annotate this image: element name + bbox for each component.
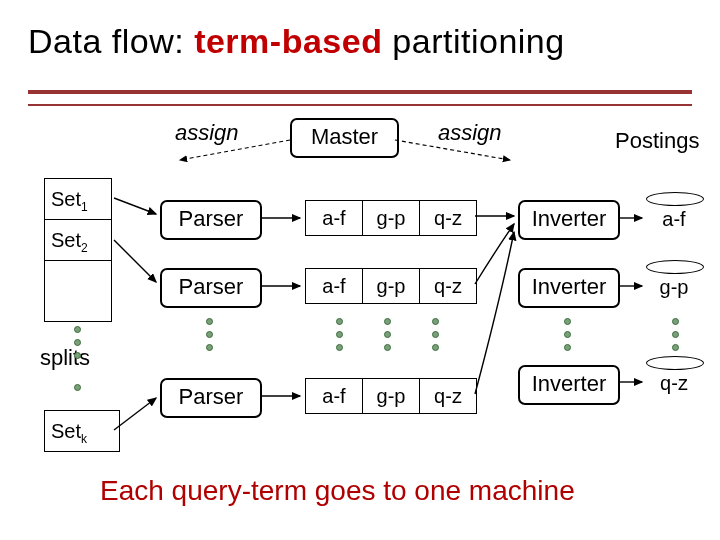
- title-rule: [28, 90, 692, 106]
- footer-caption: Each query-term goes to one machine: [100, 475, 575, 507]
- set-stack: Set1 Set2: [44, 178, 112, 322]
- postings-qz: q-z: [646, 360, 702, 406]
- segments-2: a-f g-p q-z: [305, 268, 477, 304]
- vdots-icon: [672, 318, 679, 351]
- seg1-c: q-z: [420, 201, 477, 236]
- label-postings: Postings: [615, 128, 699, 154]
- master-node: Master: [290, 118, 399, 158]
- seg2-a: a-f: [306, 269, 363, 304]
- segments-3: a-f g-p q-z: [305, 378, 477, 414]
- slide-title: Data flow: term-based partitioning: [28, 22, 565, 61]
- inverter-2: Inverter: [518, 268, 620, 308]
- seg3-a: a-f: [306, 379, 363, 414]
- vdots-icon: [74, 384, 81, 391]
- svg-line-4: [114, 398, 156, 430]
- segments-1: a-f g-p q-z: [305, 200, 477, 236]
- title-emphasis: term-based: [194, 22, 382, 60]
- postings-af: a-f: [646, 196, 702, 242]
- seg1-b: g-p: [363, 201, 420, 236]
- label-assign-right: assign: [438, 120, 502, 146]
- svg-line-2: [114, 198, 156, 214]
- setk-cell: Setk: [44, 410, 120, 452]
- seg2-b: g-p: [363, 269, 420, 304]
- set2-cell: Set2: [44, 220, 112, 261]
- title-pre: Data flow:: [28, 22, 194, 60]
- postings-gp: g-p: [646, 264, 702, 310]
- seg3-c: q-z: [420, 379, 477, 414]
- parser-3: Parser: [160, 378, 262, 418]
- vdots-icon: [432, 318, 439, 351]
- set-blank-cell: [44, 261, 112, 322]
- seg1-a: a-f: [306, 201, 363, 236]
- inverter-3: Inverter: [518, 365, 620, 405]
- label-splits: splits: [40, 345, 90, 371]
- vdots-icon: [74, 326, 81, 359]
- vdots-icon: [564, 318, 571, 351]
- label-assign-left: assign: [175, 120, 239, 146]
- parser-1: Parser: [160, 200, 262, 240]
- vdots-icon: [206, 318, 213, 351]
- parser-2: Parser: [160, 268, 262, 308]
- title-post: partitioning: [382, 22, 564, 60]
- vdots-icon: [384, 318, 391, 351]
- svg-line-3: [114, 240, 156, 282]
- vdots-icon: [336, 318, 343, 351]
- inverter-1: Inverter: [518, 200, 620, 240]
- set1-cell: Set1: [44, 178, 112, 220]
- seg2-c: q-z: [420, 269, 477, 304]
- slide: Data flow: term-based partitioning assig…: [0, 0, 720, 540]
- seg3-b: g-p: [363, 379, 420, 414]
